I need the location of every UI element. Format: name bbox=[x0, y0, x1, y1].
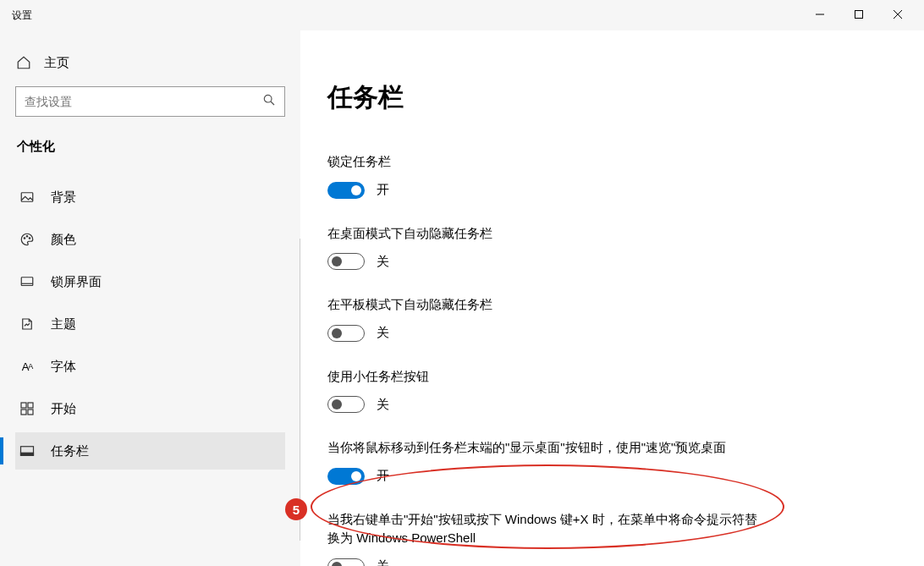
content-pane: 任务栏 锁定任务栏 开 在桌面模式下自动隐藏任务栏 关 bbox=[300, 30, 924, 566]
svg-rect-12 bbox=[21, 403, 26, 408]
setting-powershell: 当我右键单击"开始"按钮或按下 Windows 键+X 时，在菜单中将命令提示符… bbox=[327, 510, 767, 567]
svg-rect-13 bbox=[28, 403, 33, 408]
toggle-state: 关 bbox=[377, 397, 389, 413]
setting-label: 使用小任务栏按钮 bbox=[327, 367, 767, 387]
svg-rect-6 bbox=[21, 193, 33, 202]
sidebar-item-fonts[interactable]: AA 字体 bbox=[15, 348, 285, 385]
maximize-button[interactable] bbox=[839, 1, 878, 28]
svg-rect-10 bbox=[21, 278, 33, 286]
svg-line-5 bbox=[271, 102, 274, 105]
divider bbox=[300, 239, 300, 541]
category-title: 个性化 bbox=[17, 139, 285, 155]
search-input[interactable] bbox=[25, 95, 262, 108]
sidebar-item-label: 开始 bbox=[51, 401, 76, 417]
setting-label: 在桌面模式下自动隐藏任务栏 bbox=[327, 224, 767, 244]
sidebar-item-label: 主题 bbox=[51, 316, 76, 332]
home-label: 主页 bbox=[44, 55, 69, 71]
picture-icon bbox=[19, 189, 36, 206]
setting-autohide-tablet: 在平板模式下自动隐藏任务栏 关 bbox=[327, 295, 767, 342]
toggle-state: 关 bbox=[377, 325, 389, 341]
palette-icon bbox=[19, 231, 36, 248]
sidebar-item-lockscreen[interactable]: 锁屏界面 bbox=[15, 263, 285, 300]
search-icon bbox=[262, 93, 276, 110]
toggle-state: 开 bbox=[377, 182, 389, 198]
svg-point-9 bbox=[29, 238, 30, 239]
svg-rect-14 bbox=[21, 409, 26, 415]
sidebar-item-background[interactable]: 背景 bbox=[15, 179, 285, 216]
toggle-small-buttons[interactable] bbox=[327, 396, 365, 413]
svg-rect-15 bbox=[28, 409, 33, 415]
start-icon bbox=[19, 400, 36, 417]
home-link[interactable]: 主页 bbox=[15, 46, 285, 86]
sidebar-item-themes[interactable]: 主题 bbox=[15, 305, 285, 343]
setting-autohide-desktop: 在桌面模式下自动隐藏任务栏 关 bbox=[327, 224, 767, 271]
setting-label: 锁定任务栏 bbox=[327, 152, 767, 172]
close-button[interactable] bbox=[878, 1, 917, 28]
toggle-powershell[interactable] bbox=[327, 558, 365, 567]
toggle-lock-taskbar[interactable] bbox=[327, 182, 365, 199]
toggle-state: 关 bbox=[377, 254, 389, 270]
taskbar-icon bbox=[19, 442, 36, 459]
sidebar-item-colors[interactable]: 颜色 bbox=[15, 221, 285, 258]
setting-label: 当我右键单击"开始"按钮或按下 Windows 键+X 时，在菜单中将命令提示符… bbox=[327, 510, 767, 548]
themes-icon bbox=[19, 316, 36, 332]
setting-small-buttons: 使用小任务栏按钮 关 bbox=[327, 367, 767, 414]
search-box[interactable] bbox=[15, 86, 285, 117]
annotation-badge: 5 bbox=[285, 498, 307, 520]
svg-rect-17 bbox=[21, 453, 34, 455]
home-icon bbox=[15, 54, 32, 71]
sidebar-item-label: 背景 bbox=[51, 190, 76, 206]
sidebar-item-taskbar[interactable]: 任务栏 bbox=[15, 432, 285, 470]
font-icon: AA bbox=[19, 358, 36, 375]
sidebar-item-label: 锁屏界面 bbox=[51, 274, 102, 290]
svg-point-7 bbox=[24, 238, 25, 239]
titlebar: 设置 bbox=[0, 0, 924, 30]
page-title: 任务栏 bbox=[327, 80, 924, 115]
svg-point-4 bbox=[264, 95, 272, 102]
toggle-autohide-tablet[interactable] bbox=[327, 325, 365, 342]
lockscreen-icon bbox=[19, 273, 36, 290]
window-title: 设置 bbox=[12, 8, 800, 23]
setting-lock-taskbar: 锁定任务栏 开 bbox=[327, 152, 767, 199]
svg-point-8 bbox=[26, 236, 28, 238]
sidebar-item-label: 任务栏 bbox=[51, 443, 89, 459]
setting-peek-preview: 当你将鼠标移动到任务栏末端的"显示桌面"按钮时，使用"速览"预览桌面 开 bbox=[327, 438, 767, 485]
setting-label: 当你将鼠标移动到任务栏末端的"显示桌面"按钮时，使用"速览"预览桌面 bbox=[327, 438, 767, 458]
setting-label: 在平板模式下自动隐藏任务栏 bbox=[327, 295, 767, 315]
minimize-button[interactable] bbox=[800, 1, 839, 28]
toggle-peek-preview[interactable] bbox=[327, 468, 365, 485]
toggle-autohide-desktop[interactable] bbox=[327, 253, 365, 270]
sidebar-item-label: 颜色 bbox=[51, 232, 76, 248]
toggle-state: 关 bbox=[377, 558, 389, 566]
toggle-state: 开 bbox=[377, 468, 389, 484]
sidebar: 主页 个性化 背景 bbox=[0, 30, 300, 566]
svg-rect-1 bbox=[855, 11, 863, 19]
sidebar-item-label: 字体 bbox=[51, 359, 76, 375]
sidebar-item-start[interactable]: 开始 bbox=[15, 390, 285, 427]
